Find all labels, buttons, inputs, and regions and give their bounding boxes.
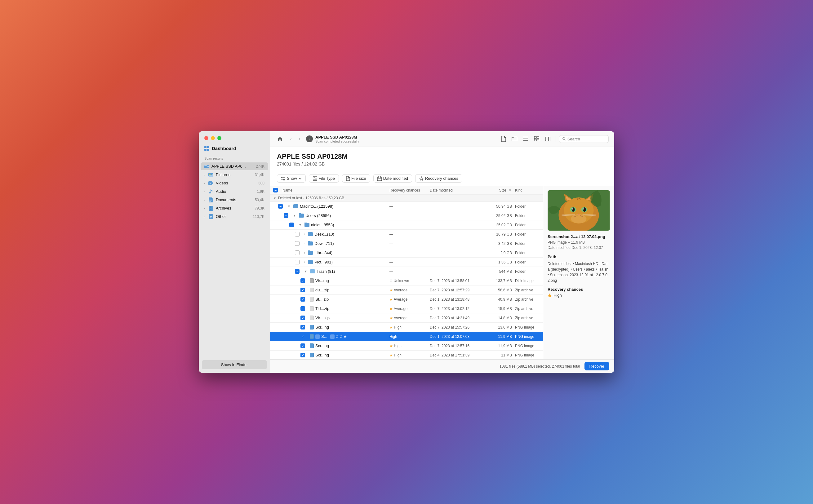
dow-checkbox[interactable] <box>295 241 299 246</box>
macinto-checkbox[interactable] <box>278 204 283 209</box>
close-button[interactable] <box>204 136 208 140</box>
libr-kind: Folder <box>512 251 540 255</box>
toolbar-divider <box>556 136 556 142</box>
dow-name: Dow...711) <box>314 241 333 246</box>
trash-checkbox[interactable] <box>295 269 299 274</box>
libr-checkbox[interactable] <box>295 250 299 255</box>
png-icon-scrng3 <box>310 353 314 357</box>
file-row-screenshot-selected[interactable]: S... ⊙ ⊙ ★ High Dec 1, 2023 at 12:07:08 … <box>270 332 543 341</box>
aleks-checkbox[interactable] <box>289 223 294 227</box>
preview-path-value: Deleted or lost • Macintosh HD - Da ta (… <box>548 261 610 283</box>
virmg-checkbox[interactable] <box>300 278 305 283</box>
search-input[interactable] <box>568 137 605 141</box>
file-row-scrng2[interactable]: Scr...ng ★ High Dec 7, 2023 at 12:57:16 … <box>270 341 543 351</box>
desk-chevron-icon: › <box>304 232 305 236</box>
file-row-libr[interactable]: › Libr...844) — 2,9 GB Folder <box>270 248 543 258</box>
col-header-kind[interactable]: Kind <box>512 188 540 192</box>
list-icon-btn[interactable] <box>521 134 530 144</box>
sidebar-item-pictures-label: Pictures <box>216 172 255 177</box>
preview-file-type: PNG image – 11,9 MB <box>548 240 610 245</box>
selected-date: Dec 1, 2023 at 12:07:08 <box>430 334 484 339</box>
recover-button[interactable]: Recover <box>585 362 609 370</box>
file-row-trash[interactable]: ▼ Trash (81) — 544 MB Folder <box>270 267 543 276</box>
pict-checkbox[interactable] <box>295 260 299 264</box>
file-row-duzip[interactable]: du....zip ★ Average Dec 7, 2023 at 12:57… <box>270 285 543 295</box>
dashboard-item[interactable]: Dashboard <box>199 144 270 155</box>
sidebar-item-documents[interactable]: › Documents 50,4K <box>201 196 268 204</box>
file-row-dow[interactable]: › Dow...711) — 3,42 GB Folder <box>270 239 543 248</box>
sidebar-item-ssd[interactable]: APPLE SSD AP0... 274K <box>201 162 268 170</box>
file-row-stzip[interactable]: St....zip ★ Average Dec 1, 2023 at 13:18… <box>270 295 543 304</box>
back-button[interactable]: ‹ <box>287 135 295 143</box>
minimize-button[interactable] <box>211 136 215 140</box>
maximize-button[interactable] <box>217 136 221 140</box>
file-row-virzip[interactable]: Vir....zip ★ Average Dec 7, 2023 at 14:2… <box>270 313 543 323</box>
videos-icon <box>208 181 214 185</box>
file-size-filter-btn[interactable]: File size <box>342 174 370 183</box>
desk-checkbox[interactable] <box>295 232 299 237</box>
col-header-recovery[interactable]: Recovery chances <box>389 188 430 192</box>
folder-icon-btn[interactable] <box>510 134 519 144</box>
virmg-date: Dec 7, 2023 at 13:58:01 <box>430 279 484 283</box>
pict-kind: Folder <box>512 260 540 264</box>
sidebar-item-archives[interactable]: › Archives 79,3K <box>201 204 268 212</box>
file-row-macinto[interactable]: ▼ Macinto...(121598) — 50,94 GB Folder <box>270 202 543 211</box>
duzip-checkbox[interactable] <box>300 288 305 292</box>
sidebar-item-other[interactable]: › Other 110,7K <box>201 213 268 220</box>
col-header-date[interactable]: Date modified <box>430 188 484 192</box>
chevron-down-icon <box>298 178 302 179</box>
show-in-finder-button[interactable]: Show in Finder <box>202 360 267 369</box>
show-filter-btn[interactable]: Show <box>277 174 306 183</box>
duzip-size: 58,6 MB <box>484 288 512 292</box>
sidebar-item-videos[interactable]: › Videos 380 <box>201 179 268 187</box>
col-header-name[interactable]: Name <box>282 188 389 192</box>
scrng2-checkbox[interactable] <box>300 343 305 348</box>
file-row-aleks[interactable]: ▼ aleks...8553) — 25,02 GB Folder <box>270 220 543 230</box>
col-header-size[interactable]: Size ▼ <box>484 188 512 192</box>
hdd-icon <box>204 164 209 169</box>
disk-image-icon <box>310 278 314 283</box>
svg-point-4 <box>209 174 210 175</box>
forward-button[interactable]: › <box>295 135 303 143</box>
tidzip-checkbox[interactable] <box>300 306 305 311</box>
virzip-checkbox[interactable] <box>300 316 305 320</box>
home-button[interactable] <box>276 135 284 143</box>
selected-checkbox[interactable] <box>300 334 305 339</box>
file-row-desk[interactable]: › Desk...(10) — 16,79 GB Folder <box>270 230 543 239</box>
sidebar-item-pictures[interactable]: › Pictures 31,4K <box>201 171 268 179</box>
scrng3-checkbox[interactable] <box>300 353 305 357</box>
file-type-filter-btn[interactable]: File Type <box>309 174 339 183</box>
svg-rect-9 <box>210 189 211 192</box>
virzip-date: Dec 7, 2023 at 14:21:49 <box>430 316 484 320</box>
main-window: Dashboard Scan results APPLE SSD AP0... … <box>199 131 614 373</box>
file-row-tidzip[interactable]: Tid...zip ★ Average Dec 7, 2023 at 13:02… <box>270 304 543 313</box>
svg-point-52 <box>572 207 575 212</box>
users-checkbox[interactable] <box>284 213 288 218</box>
macinto-checkbox-col <box>278 204 287 209</box>
date-modified-filter-btn[interactable]: Date modified <box>373 174 412 183</box>
panel-icon-btn[interactable] <box>543 134 553 144</box>
scrng1-checkbox[interactable] <box>300 325 305 329</box>
stzip-checkbox[interactable] <box>300 297 305 302</box>
file-row-users[interactable]: ▼ Users (28556) — 25,02 GB Folder <box>270 211 543 220</box>
selected-checkbox-col <box>300 334 310 339</box>
file-row-virmg[interactable]: Vir...mg ⊙ Unknown Dec 7, 2023 at 13:58:… <box>270 276 543 285</box>
macinto-chevron-icon: ▼ <box>287 205 290 208</box>
selected-recovery: High <box>389 334 430 339</box>
tidzip-date: Dec 7, 2023 at 13:02:12 <box>430 307 484 311</box>
select-all-checkbox[interactable] <box>273 188 278 192</box>
file-row-scrng1[interactable]: Scr...ng ★ High Dec 7, 2023 at 15:57:26 … <box>270 323 543 332</box>
file-row-pict[interactable]: › Pict...901) — 1,36 GB Folder <box>270 258 543 267</box>
stzip-kind: Zip archive <box>512 297 540 302</box>
toolbar-title: APPLE SSD AP0128M <box>315 135 359 139</box>
search-box[interactable] <box>559 135 609 143</box>
recovery-chances-filter-btn[interactable]: Recovery chances <box>415 174 462 183</box>
show-filter-label: Show <box>287 176 297 181</box>
chevron-right-icon-other: › <box>204 215 207 218</box>
sidebar-item-videos-label: Videos <box>216 181 258 185</box>
grid-icon-btn[interactable] <box>532 134 541 144</box>
file-icon-btn[interactable] <box>499 134 508 144</box>
zip-icon-st <box>310 297 314 302</box>
file-row-scrng3[interactable]: Scr...ng ★ High Dec 4, 2023 at 17:51:39 … <box>270 351 543 359</box>
sidebar-item-audio[interactable]: › Audio 1,9K <box>201 188 268 195</box>
